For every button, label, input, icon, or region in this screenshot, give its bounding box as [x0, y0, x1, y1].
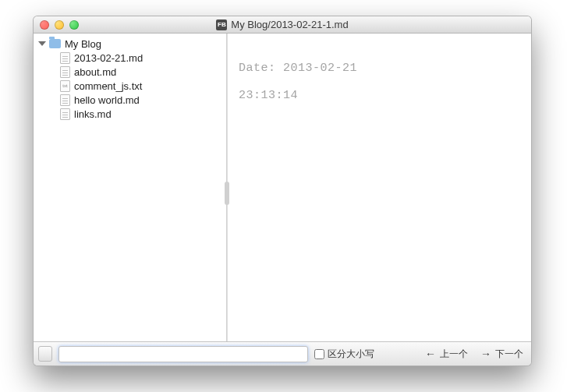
arrow-right-icon: → [480, 348, 491, 359]
search-input[interactable] [58, 346, 308, 362]
document-icon [60, 94, 70, 106]
tree-root-row[interactable]: My Blog [34, 37, 226, 51]
zoom-button[interactable] [69, 20, 79, 30]
splitter-handle-icon[interactable] [225, 182, 229, 205]
tree-item[interactable]: 2013-02-21.md [34, 51, 226, 65]
tree-item-label: 2013-02-21.md [74, 52, 143, 64]
next-button[interactable]: → 下一个 [477, 348, 526, 361]
tree-item[interactable]: about.md [34, 65, 226, 79]
prev-label: 上一个 [440, 348, 468, 361]
search-bar: 区分大小写 ← 上一个 → 下一个 [34, 341, 531, 366]
document-icon [60, 108, 70, 120]
preview-line: Date: 2013-02-21 [239, 62, 357, 75]
tree-item[interactable]: txt comment_js.txt [34, 79, 226, 93]
window-title: FB My Blog/2013-02-21-1.md [34, 19, 531, 30]
case-sensitive-checkbox[interactable] [314, 349, 324, 359]
title-text: My Blog/2013-02-21-1.md [231, 19, 348, 30]
tree-item-label: links.md [74, 108, 112, 120]
minimize-button[interactable] [55, 20, 64, 30]
next-label: 下一个 [495, 348, 523, 361]
tree-item[interactable]: hello world.md [34, 93, 226, 107]
document-icon [60, 52, 70, 64]
app-window: FB My Blog/2013-02-21-1.md My Blog 2013-… [33, 16, 532, 366]
text-file-icon: txt [60, 80, 70, 92]
folder-icon [49, 39, 61, 48]
tree-item-label: about.md [74, 66, 116, 78]
prev-button[interactable]: ← 上一个 [422, 348, 471, 361]
case-sensitive-label: 区分大小写 [328, 348, 374, 361]
arrow-left-icon: ← [425, 348, 436, 359]
tree-item-label: hello world.md [74, 94, 140, 106]
close-button[interactable] [40, 20, 49, 30]
tree-root-label: My Blog [65, 38, 101, 50]
document-icon [60, 66, 70, 78]
tree-item[interactable]: links.md [34, 107, 226, 121]
preview-pane[interactable]: Date: 2013-02-21 23:13:14 [228, 34, 531, 341]
disclosure-triangle-icon[interactable] [38, 41, 46, 46]
splitter[interactable] [227, 34, 228, 341]
traffic-lights [40, 20, 79, 30]
file-tree[interactable]: My Blog 2013-02-21.md about.md txt comme… [34, 34, 227, 341]
case-sensitive-toggle[interactable]: 区分大小写 [314, 348, 374, 361]
tree-item-label: comment_js.txt [74, 80, 142, 92]
content-area: My Blog 2013-02-21.md about.md txt comme… [34, 34, 531, 341]
titlebar[interactable]: FB My Blog/2013-02-21-1.md [34, 16, 531, 34]
app-icon: FB [216, 19, 227, 30]
preview-line: 23:13:14 [239, 89, 298, 102]
drag-handle-icon[interactable] [38, 346, 52, 362]
